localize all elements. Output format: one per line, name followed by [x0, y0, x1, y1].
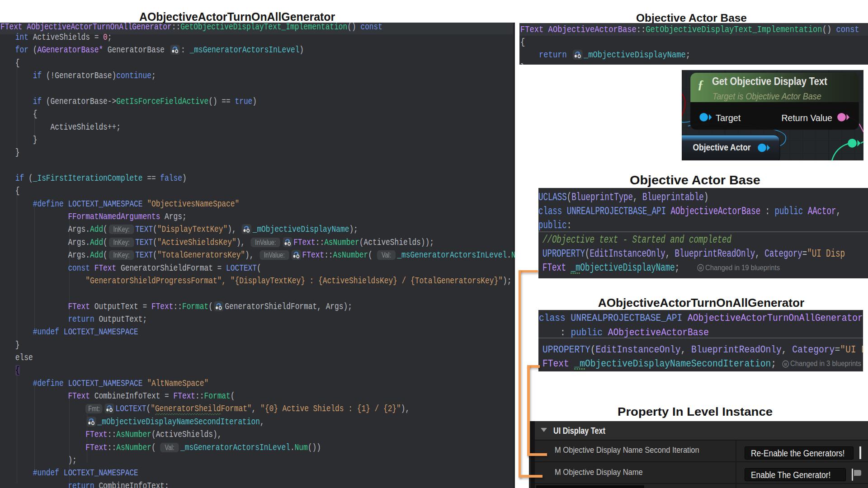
svg-text:u: u: [784, 361, 787, 366]
svg-text:Target: Target: [716, 112, 741, 123]
svg-text:Objective Actor: Objective Actor: [693, 142, 751, 153]
svg-text:ƒ: ƒ: [698, 78, 704, 91]
svg-text:Get Objective Display Text: Get Objective Display Text: [712, 75, 827, 87]
svg-text:u: u: [699, 265, 702, 271]
svg-text:Target is Objective Actor Base: Target is Objective Actor Base: [712, 91, 821, 101]
svg-text:Return Value: Return Value: [782, 113, 832, 123]
